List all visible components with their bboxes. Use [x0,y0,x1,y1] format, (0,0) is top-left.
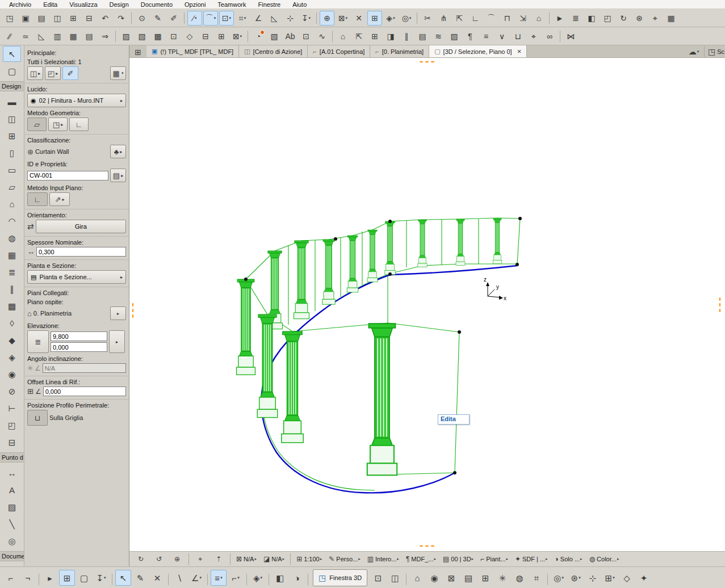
viewport-3d-canvas[interactable]: z y x [129,58,725,551]
elevation-reference-button[interactable]: ≣ [27,330,49,353]
geometry-method-chained[interactable]: ∟ [69,117,89,131]
paragraph[interactable]: ¶ [463,29,477,44]
corner-window-tool[interactable]: ◰ [3,417,21,433]
cursor-snap[interactable]: ⊕ [320,11,334,26]
grid-rotate[interactable]: ⊛ [632,11,647,26]
tab-copertina[interactable]: ⌐ [A.01 Copertina] [308,45,370,57]
snap-points[interactable]: ◈▾ [383,11,398,26]
bookmark[interactable]: ► [552,11,567,26]
finestra-3d-button[interactable]: ◳ Finestra 3D [313,569,367,586]
spell-check[interactable]: Ab [283,29,297,44]
column-scheme[interactable]: ▥ [50,29,65,44]
tab-3d-selezione[interactable]: ▢ [3D / Selezione, Piano 0] × [429,45,527,57]
roof-tool[interactable]: ⌂ [3,196,21,212]
tab-planimetria[interactable]: ⌐ [0. Planimetria] [370,45,429,57]
elevation-top-input[interactable] [51,331,107,341]
spline-edit[interactable]: ∿ [315,29,329,44]
save[interactable]: ▣ [18,11,33,26]
teamwork-cloud-button[interactable]: ☁▾ [686,45,701,58]
floor-plan-cut-plane[interactable]: ⌐Piant...▸ [477,553,511,565]
menu-visualizza[interactable]: Visualizza [63,0,102,9]
opening-tool[interactable]: ⊘ [3,383,21,399]
pen-set-display[interactable]: ✎Perso...▸ [326,553,363,565]
trapezoid-tool[interactable]: ◺ [34,29,49,44]
quick-layers-bottom[interactable]: ⊞ [59,570,75,586]
redo[interactable]: ↷ [114,11,128,26]
forward[interactable]: ⇒ [98,29,112,44]
label-arrow[interactable]: ⇱ [351,29,366,44]
railing-tool[interactable]: ∥ [3,281,21,297]
colonnade-columns[interactable] [237,219,502,475]
fill-tool[interactable]: ▨ [3,499,21,515]
surface-style[interactable]: ◈▾ [250,570,266,586]
slanted-grid[interactable]: ∕∕ [2,29,17,44]
interactive-schedule[interactable]: ⊞ [367,29,382,44]
hatch-3[interactable]: ▩ [150,29,165,44]
eraser-mode[interactable]: ✕ [149,570,165,586]
partial-structure[interactable]: ◑Solo ...▸ [552,553,585,565]
favorites-button[interactable]: ◰▸ [45,66,61,80]
save-as[interactable]: ▤ [34,11,49,26]
grid-3d[interactable]: ⌗ [529,570,544,586]
corner-type[interactable]: ∠▾ [188,570,204,586]
zoom-extent[interactable]: ◎▾ [551,570,567,586]
organizer[interactable]: ◳ [2,11,17,26]
lamp-tool[interactable]: ◉ [3,366,21,382]
diamond-marker[interactable]: ◇ [182,29,197,44]
snap-grid[interactable]: ⊞ [367,11,382,26]
surface-mode[interactable]: ◍Color...▸ [586,553,622,565]
elevation-flyout-button[interactable]: ▸ [109,330,125,353]
snap-range[interactable]: ◎▾ [399,11,414,26]
split[interactable]: ∟ [468,11,483,26]
relation-link[interactable]: ⋈ [563,29,578,44]
geometry-method-boundary[interactable]: ◳▸ [48,117,68,131]
menu-documento[interactable]: Documento [135,0,177,9]
id-input[interactable] [27,171,108,180]
stretch[interactable]: ⇲ [516,11,530,26]
skylight-tool[interactable]: ◍ [3,230,21,246]
hotlink[interactable]: ◫ [50,11,65,26]
perspective-view[interactable]: ⌂ [409,570,425,586]
scissors[interactable]: ✂ [420,11,435,26]
morph-tool[interactable]: ◆ [3,332,21,348]
wall-end-tool[interactable]: ⊢ [3,400,21,416]
shadow-toggle[interactable]: ◑ [289,570,305,586]
menu-teamwork[interactable]: Teamwork [211,0,250,9]
curtain-wall-tool[interactable]: ▦ [3,247,21,263]
settings-dialog-button[interactable]: ◫▸ [27,66,43,80]
home-story-flyout-button[interactable]: ▸ [110,306,126,320]
hatch-1[interactable]: ▨ [119,29,133,44]
layer-selector[interactable]: ◉ 02 | Finitura - Muro.INT ▸ [27,94,126,107]
rotation-preset[interactable]: ◪N/A▸ [261,553,287,565]
grid-snap[interactable]: ⌗▾ [235,11,250,26]
gravity-bottom[interactable]: ↧▾ [93,570,109,586]
layer-combination[interactable]: ▤00 | 3D▸ [440,553,476,565]
layout-book[interactable]: ▤ [460,570,476,586]
view-cube[interactable]: ⊡ [370,570,386,586]
grid-display[interactable]: ⊞ [477,570,493,586]
text-tool[interactable]: A [3,482,21,498]
action-center-toolbar[interactable]: ◔ [251,29,266,44]
menu-finestre[interactable]: Finestre [252,0,285,9]
roof-wizard[interactable]: ⌂ [336,29,350,44]
line-method[interactable]: ∕▾ [187,11,202,26]
geometry-method-single[interactable]: ▱ [27,117,47,131]
zoom-in-nav[interactable]: ⊕ [169,553,186,565]
sections-3d[interactable]: ⊞▾ [602,570,618,586]
fill-display[interactable]: ▨ [447,29,462,44]
cw-accessory-tool[interactable]: ⊟ [3,434,21,450]
render-engine[interactable]: ◍ [512,570,527,586]
drag-handle[interactable]: ⊹ [283,11,297,26]
pane-right[interactable]: ¬ [20,570,36,586]
coordinate-box[interactable]: ⊠▾ [336,11,350,26]
menu-archivio[interactable]: Archivio [3,0,36,9]
marquee-3d[interactable]: ◇ [619,570,635,586]
tab-centro-di-azione[interactable]: ◫ [Centro di Azione] [239,45,308,57]
groups[interactable]: ◰ [600,11,615,26]
nav-arrow[interactable]: ▸ [42,570,58,586]
info-table-button[interactable]: ▦▾ [110,66,126,80]
arrow-tool[interactable]: ↖ [3,46,21,62]
pen-columns[interactable]: ∥ [399,29,414,44]
plan-section-button[interactable]: ▤ Pianta e Sezione... ▸ [27,270,126,284]
walk-mode[interactable]: ⇡ [210,553,227,565]
